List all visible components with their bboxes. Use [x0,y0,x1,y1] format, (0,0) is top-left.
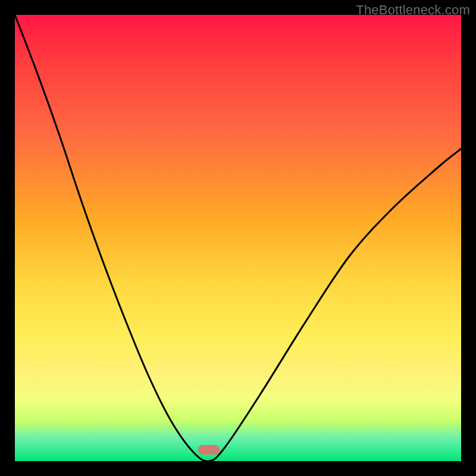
plot-area [15,15,461,461]
bottleneck-curve [15,15,461,461]
watermark-text: TheBottleneck.com [356,2,470,18]
minimum-marker [198,445,220,455]
chart-frame: TheBottleneck.com [0,0,476,476]
